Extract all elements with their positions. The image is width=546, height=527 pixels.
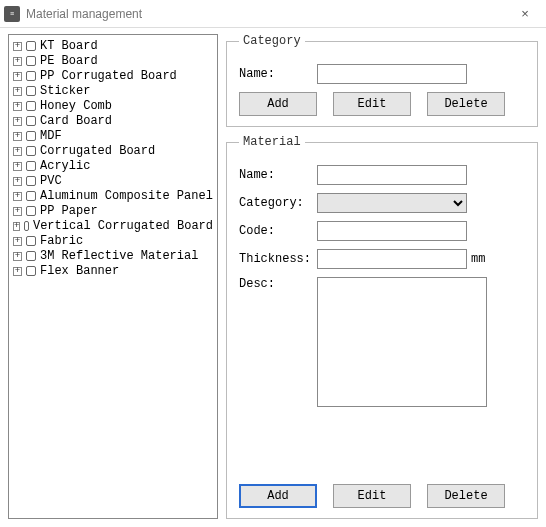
expand-icon[interactable]: + (13, 222, 20, 231)
material-add-button[interactable]: Add (239, 484, 317, 508)
category-name-input[interactable] (317, 64, 467, 84)
tree-item-label: MDF (40, 129, 62, 143)
tree-item-label: Sticker (40, 84, 90, 98)
expand-icon[interactable]: + (13, 57, 22, 66)
category-legend: Category (239, 34, 305, 48)
expand-icon[interactable]: + (13, 132, 22, 141)
tree-item[interactable]: +Sticker (13, 84, 213, 98)
tree-item[interactable]: +Aluminum Composite Panel (13, 189, 213, 203)
material-group: Material Name: Category: Code: Th (226, 135, 538, 519)
material-name-input[interactable] (317, 165, 467, 185)
tree-item[interactable]: +Flex Banner (13, 264, 213, 278)
folder-icon (26, 206, 36, 216)
titlebar: ≡ Material management × (0, 0, 546, 28)
expand-icon[interactable]: + (13, 147, 22, 156)
expand-icon[interactable]: + (13, 207, 22, 216)
close-button[interactable]: × (510, 4, 540, 24)
category-name-label: Name: (239, 67, 317, 81)
material-desc-label: Desc: (239, 277, 317, 291)
thickness-unit-label: mm (471, 252, 485, 266)
tree-item[interactable]: +PE Board (13, 54, 213, 68)
tree-item[interactable]: +Card Board (13, 114, 213, 128)
category-button-row: Add Edit Delete (239, 92, 525, 116)
tree-item-label: PE Board (40, 54, 98, 68)
tree-item[interactable]: +MDF (13, 129, 213, 143)
expand-icon[interactable]: + (13, 72, 22, 81)
material-code-row: Code: (239, 221, 525, 241)
material-thickness-row: Thickness: mm (239, 249, 525, 269)
tree-item-label: PP Corrugated Board (40, 69, 177, 83)
tree-item-label: Honey Comb (40, 99, 112, 113)
expand-icon[interactable]: + (13, 252, 22, 261)
material-code-label: Code: (239, 224, 317, 238)
material-desc-textarea[interactable] (317, 277, 487, 407)
material-category-row: Category: (239, 193, 525, 213)
folder-icon (26, 266, 36, 276)
tree-item-label: KT Board (40, 39, 98, 53)
expand-icon[interactable]: + (13, 162, 22, 171)
right-panel: Category Name: Add Edit Delete Material … (226, 34, 538, 519)
content-area: +KT Board+PE Board+PP Corrugated Board+S… (0, 28, 546, 527)
material-desc-row: Desc: (239, 277, 525, 407)
tree-item[interactable]: +Honey Comb (13, 99, 213, 113)
window-title: Material management (26, 7, 510, 21)
tree-item-label: Card Board (40, 114, 112, 128)
expand-icon[interactable]: + (13, 42, 22, 51)
category-tree[interactable]: +KT Board+PE Board+PP Corrugated Board+S… (8, 34, 218, 519)
category-group: Category Name: Add Edit Delete (226, 34, 538, 127)
folder-icon (24, 221, 29, 231)
material-thickness-label: Thickness: (239, 252, 317, 266)
tree-item[interactable]: +Vertical Corrugated Board (13, 219, 213, 233)
tree-item[interactable]: +Corrugated Board (13, 144, 213, 158)
material-category-select[interactable] (317, 193, 467, 213)
material-legend: Material (239, 135, 305, 149)
expand-icon[interactable]: + (13, 117, 22, 126)
expand-icon[interactable]: + (13, 267, 22, 276)
tree-item-label: Vertical Corrugated Board (33, 219, 213, 233)
tree-item-label: PVC (40, 174, 62, 188)
tree-item-label: PP Paper (40, 204, 98, 218)
folder-icon (26, 116, 36, 126)
tree-item[interactable]: +Fabric (13, 234, 213, 248)
tree-item-label: 3M Reflective Material (40, 249, 198, 263)
material-category-label: Category: (239, 196, 317, 210)
category-name-row: Name: (239, 64, 525, 84)
category-delete-button[interactable]: Delete (427, 92, 505, 116)
folder-icon (26, 56, 36, 66)
material-edit-button[interactable]: Edit (333, 484, 411, 508)
tree-item[interactable]: +KT Board (13, 39, 213, 53)
expand-icon[interactable]: + (13, 102, 22, 111)
tree-item-label: Acrylic (40, 159, 90, 173)
material-delete-button[interactable]: Delete (427, 484, 505, 508)
folder-icon (26, 146, 36, 156)
tree-item[interactable]: +PP Paper (13, 204, 213, 218)
folder-icon (26, 41, 36, 51)
category-edit-button[interactable]: Edit (333, 92, 411, 116)
material-thickness-input[interactable] (317, 249, 467, 269)
folder-icon (26, 251, 36, 261)
folder-icon (26, 176, 36, 186)
close-icon: × (521, 6, 529, 21)
material-name-label: Name: (239, 168, 317, 182)
expand-icon[interactable]: + (13, 177, 22, 186)
tree-item[interactable]: +PP Corrugated Board (13, 69, 213, 83)
expand-icon[interactable]: + (13, 237, 22, 246)
expand-icon[interactable]: + (13, 192, 22, 201)
folder-icon (26, 86, 36, 96)
folder-icon (26, 101, 36, 111)
tree-item[interactable]: +3M Reflective Material (13, 249, 213, 263)
tree-item-label: Flex Banner (40, 264, 119, 278)
folder-icon (26, 236, 36, 246)
tree-item[interactable]: +PVC (13, 174, 213, 188)
tree-item-label: Aluminum Composite Panel (40, 189, 213, 203)
category-add-button[interactable]: Add (239, 92, 317, 116)
material-code-input[interactable] (317, 221, 467, 241)
folder-icon (26, 71, 36, 81)
tree-item[interactable]: +Acrylic (13, 159, 213, 173)
material-button-row: Add Edit Delete (239, 484, 525, 508)
tree-item-label: Corrugated Board (40, 144, 155, 158)
tree-item-label: Fabric (40, 234, 83, 248)
app-icon: ≡ (4, 6, 20, 22)
expand-icon[interactable]: + (13, 87, 22, 96)
material-name-row: Name: (239, 165, 525, 185)
